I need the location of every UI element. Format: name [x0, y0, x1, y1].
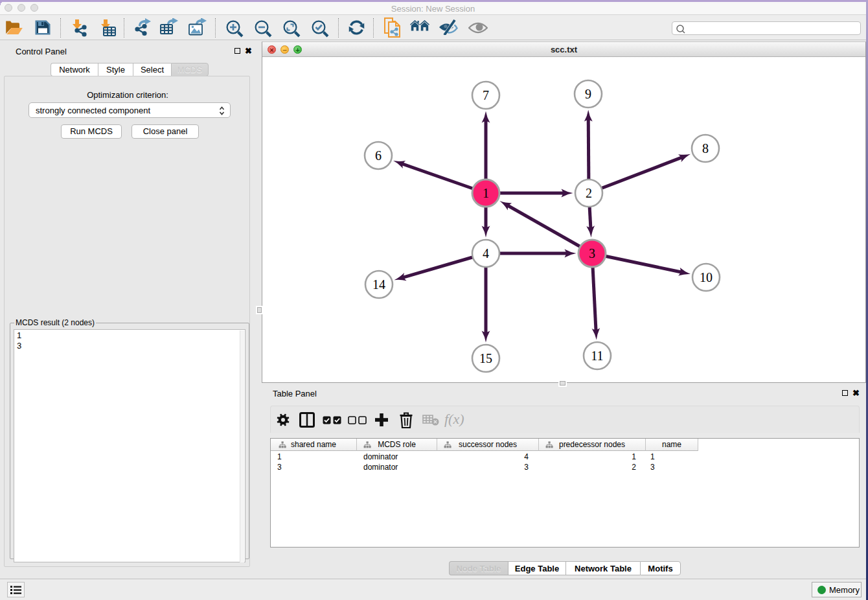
svg-text:2: 2 — [586, 186, 592, 200]
svg-text:10: 10 — [700, 270, 713, 284]
svg-text:3: 3 — [589, 246, 595, 260]
svg-text:14: 14 — [372, 277, 385, 292]
svg-text:4: 4 — [483, 246, 489, 260]
svg-text:6: 6 — [375, 148, 382, 163]
svg-text:11: 11 — [591, 349, 603, 363]
svg-text:8: 8 — [702, 141, 709, 156]
svg-text:1: 1 — [483, 186, 489, 200]
svg-text:15: 15 — [479, 351, 492, 365]
svg-text:9: 9 — [585, 87, 591, 101]
svg-text:7: 7 — [483, 88, 489, 102]
